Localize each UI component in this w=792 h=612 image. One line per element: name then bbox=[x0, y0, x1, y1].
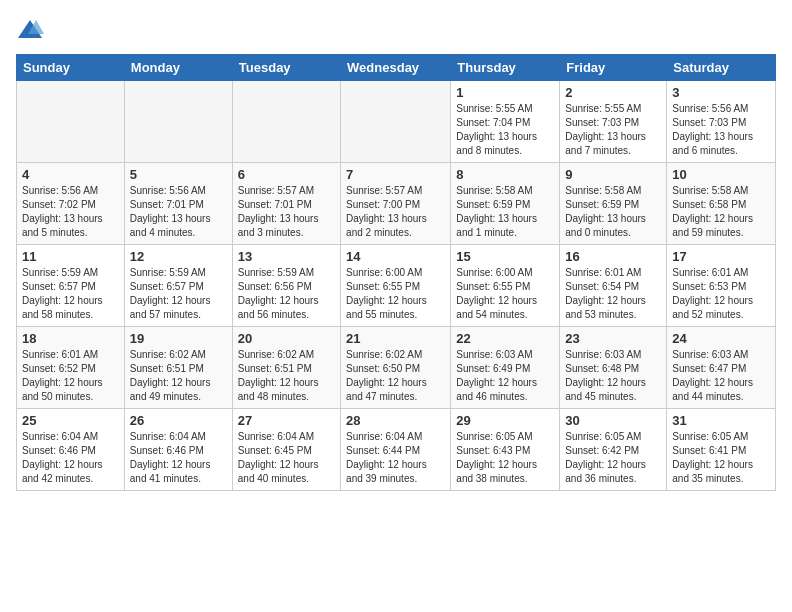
calendar-cell bbox=[124, 81, 232, 163]
day-info: Sunrise: 5:59 AM Sunset: 6:57 PM Dayligh… bbox=[22, 266, 119, 322]
calendar-cell: 11Sunrise: 5:59 AM Sunset: 6:57 PM Dayli… bbox=[17, 245, 125, 327]
day-info: Sunrise: 5:55 AM Sunset: 7:04 PM Dayligh… bbox=[456, 102, 554, 158]
day-number: 15 bbox=[456, 249, 554, 264]
calendar-week-2: 4Sunrise: 5:56 AM Sunset: 7:02 PM Daylig… bbox=[17, 163, 776, 245]
day-info: Sunrise: 6:04 AM Sunset: 6:46 PM Dayligh… bbox=[22, 430, 119, 486]
day-info: Sunrise: 6:03 AM Sunset: 6:49 PM Dayligh… bbox=[456, 348, 554, 404]
day-number: 20 bbox=[238, 331, 335, 346]
calendar-cell: 25Sunrise: 6:04 AM Sunset: 6:46 PM Dayli… bbox=[17, 409, 125, 491]
calendar-table: SundayMondayTuesdayWednesdayThursdayFrid… bbox=[16, 54, 776, 491]
calendar-cell: 17Sunrise: 6:01 AM Sunset: 6:53 PM Dayli… bbox=[667, 245, 776, 327]
day-info: Sunrise: 6:02 AM Sunset: 6:51 PM Dayligh… bbox=[238, 348, 335, 404]
day-info: Sunrise: 6:04 AM Sunset: 6:46 PM Dayligh… bbox=[130, 430, 227, 486]
calendar-cell: 20Sunrise: 6:02 AM Sunset: 6:51 PM Dayli… bbox=[232, 327, 340, 409]
day-info: Sunrise: 5:59 AM Sunset: 6:56 PM Dayligh… bbox=[238, 266, 335, 322]
day-number: 28 bbox=[346, 413, 445, 428]
calendar-cell: 16Sunrise: 6:01 AM Sunset: 6:54 PM Dayli… bbox=[560, 245, 667, 327]
day-number: 17 bbox=[672, 249, 770, 264]
calendar-cell: 24Sunrise: 6:03 AM Sunset: 6:47 PM Dayli… bbox=[667, 327, 776, 409]
day-number: 24 bbox=[672, 331, 770, 346]
day-info: Sunrise: 5:58 AM Sunset: 6:58 PM Dayligh… bbox=[672, 184, 770, 240]
calendar-cell: 4Sunrise: 5:56 AM Sunset: 7:02 PM Daylig… bbox=[17, 163, 125, 245]
day-info: Sunrise: 6:01 AM Sunset: 6:52 PM Dayligh… bbox=[22, 348, 119, 404]
calendar-cell: 14Sunrise: 6:00 AM Sunset: 6:55 PM Dayli… bbox=[341, 245, 451, 327]
day-number: 2 bbox=[565, 85, 661, 100]
day-number: 13 bbox=[238, 249, 335, 264]
calendar-header-row: SundayMondayTuesdayWednesdayThursdayFrid… bbox=[17, 55, 776, 81]
calendar-cell: 15Sunrise: 6:00 AM Sunset: 6:55 PM Dayli… bbox=[451, 245, 560, 327]
calendar-cell: 10Sunrise: 5:58 AM Sunset: 6:58 PM Dayli… bbox=[667, 163, 776, 245]
calendar-cell: 22Sunrise: 6:03 AM Sunset: 6:49 PM Dayli… bbox=[451, 327, 560, 409]
page-header bbox=[16, 16, 776, 44]
day-number: 8 bbox=[456, 167, 554, 182]
day-number: 5 bbox=[130, 167, 227, 182]
day-number: 10 bbox=[672, 167, 770, 182]
calendar-cell: 8Sunrise: 5:58 AM Sunset: 6:59 PM Daylig… bbox=[451, 163, 560, 245]
calendar-cell: 7Sunrise: 5:57 AM Sunset: 7:00 PM Daylig… bbox=[341, 163, 451, 245]
day-header-tuesday: Tuesday bbox=[232, 55, 340, 81]
day-info: Sunrise: 6:04 AM Sunset: 6:44 PM Dayligh… bbox=[346, 430, 445, 486]
day-number: 29 bbox=[456, 413, 554, 428]
day-info: Sunrise: 6:03 AM Sunset: 6:48 PM Dayligh… bbox=[565, 348, 661, 404]
day-number: 6 bbox=[238, 167, 335, 182]
day-info: Sunrise: 6:01 AM Sunset: 6:54 PM Dayligh… bbox=[565, 266, 661, 322]
day-number: 12 bbox=[130, 249, 227, 264]
calendar-cell: 6Sunrise: 5:57 AM Sunset: 7:01 PM Daylig… bbox=[232, 163, 340, 245]
day-info: Sunrise: 6:05 AM Sunset: 6:42 PM Dayligh… bbox=[565, 430, 661, 486]
day-number: 1 bbox=[456, 85, 554, 100]
calendar-cell: 30Sunrise: 6:05 AM Sunset: 6:42 PM Dayli… bbox=[560, 409, 667, 491]
day-info: Sunrise: 6:01 AM Sunset: 6:53 PM Dayligh… bbox=[672, 266, 770, 322]
day-header-wednesday: Wednesday bbox=[341, 55, 451, 81]
calendar-week-1: 1Sunrise: 5:55 AM Sunset: 7:04 PM Daylig… bbox=[17, 81, 776, 163]
calendar-cell bbox=[341, 81, 451, 163]
day-number: 3 bbox=[672, 85, 770, 100]
day-number: 9 bbox=[565, 167, 661, 182]
calendar-cell: 5Sunrise: 5:56 AM Sunset: 7:01 PM Daylig… bbox=[124, 163, 232, 245]
day-number: 25 bbox=[22, 413, 119, 428]
day-info: Sunrise: 5:58 AM Sunset: 6:59 PM Dayligh… bbox=[456, 184, 554, 240]
day-info: Sunrise: 5:55 AM Sunset: 7:03 PM Dayligh… bbox=[565, 102, 661, 158]
calendar-cell: 13Sunrise: 5:59 AM Sunset: 6:56 PM Dayli… bbox=[232, 245, 340, 327]
calendar-cell: 19Sunrise: 6:02 AM Sunset: 6:51 PM Dayli… bbox=[124, 327, 232, 409]
day-info: Sunrise: 6:03 AM Sunset: 6:47 PM Dayligh… bbox=[672, 348, 770, 404]
calendar-cell: 27Sunrise: 6:04 AM Sunset: 6:45 PM Dayli… bbox=[232, 409, 340, 491]
day-number: 26 bbox=[130, 413, 227, 428]
day-number: 7 bbox=[346, 167, 445, 182]
day-number: 30 bbox=[565, 413, 661, 428]
calendar-cell: 23Sunrise: 6:03 AM Sunset: 6:48 PM Dayli… bbox=[560, 327, 667, 409]
calendar-week-3: 11Sunrise: 5:59 AM Sunset: 6:57 PM Dayli… bbox=[17, 245, 776, 327]
day-info: Sunrise: 5:57 AM Sunset: 7:00 PM Dayligh… bbox=[346, 184, 445, 240]
calendar-cell bbox=[17, 81, 125, 163]
day-info: Sunrise: 6:02 AM Sunset: 6:51 PM Dayligh… bbox=[130, 348, 227, 404]
calendar-cell: 3Sunrise: 5:56 AM Sunset: 7:03 PM Daylig… bbox=[667, 81, 776, 163]
day-info: Sunrise: 5:56 AM Sunset: 7:01 PM Dayligh… bbox=[130, 184, 227, 240]
day-number: 18 bbox=[22, 331, 119, 346]
calendar-cell: 29Sunrise: 6:05 AM Sunset: 6:43 PM Dayli… bbox=[451, 409, 560, 491]
day-number: 21 bbox=[346, 331, 445, 346]
logo-icon bbox=[16, 16, 44, 44]
day-number: 4 bbox=[22, 167, 119, 182]
calendar-cell: 18Sunrise: 6:01 AM Sunset: 6:52 PM Dayli… bbox=[17, 327, 125, 409]
day-number: 19 bbox=[130, 331, 227, 346]
day-info: Sunrise: 5:56 AM Sunset: 7:03 PM Dayligh… bbox=[672, 102, 770, 158]
day-number: 22 bbox=[456, 331, 554, 346]
calendar-cell: 26Sunrise: 6:04 AM Sunset: 6:46 PM Dayli… bbox=[124, 409, 232, 491]
calendar-cell: 28Sunrise: 6:04 AM Sunset: 6:44 PM Dayli… bbox=[341, 409, 451, 491]
logo bbox=[16, 16, 48, 44]
day-number: 11 bbox=[22, 249, 119, 264]
day-info: Sunrise: 5:56 AM Sunset: 7:02 PM Dayligh… bbox=[22, 184, 119, 240]
day-info: Sunrise: 6:00 AM Sunset: 6:55 PM Dayligh… bbox=[346, 266, 445, 322]
calendar-cell: 12Sunrise: 5:59 AM Sunset: 6:57 PM Dayli… bbox=[124, 245, 232, 327]
day-header-monday: Monday bbox=[124, 55, 232, 81]
day-info: Sunrise: 5:57 AM Sunset: 7:01 PM Dayligh… bbox=[238, 184, 335, 240]
day-info: Sunrise: 6:00 AM Sunset: 6:55 PM Dayligh… bbox=[456, 266, 554, 322]
day-header-thursday: Thursday bbox=[451, 55, 560, 81]
day-number: 31 bbox=[672, 413, 770, 428]
day-info: Sunrise: 6:05 AM Sunset: 6:43 PM Dayligh… bbox=[456, 430, 554, 486]
day-info: Sunrise: 5:59 AM Sunset: 6:57 PM Dayligh… bbox=[130, 266, 227, 322]
day-info: Sunrise: 6:02 AM Sunset: 6:50 PM Dayligh… bbox=[346, 348, 445, 404]
day-info: Sunrise: 6:05 AM Sunset: 6:41 PM Dayligh… bbox=[672, 430, 770, 486]
day-header-saturday: Saturday bbox=[667, 55, 776, 81]
day-number: 23 bbox=[565, 331, 661, 346]
calendar-cell bbox=[232, 81, 340, 163]
